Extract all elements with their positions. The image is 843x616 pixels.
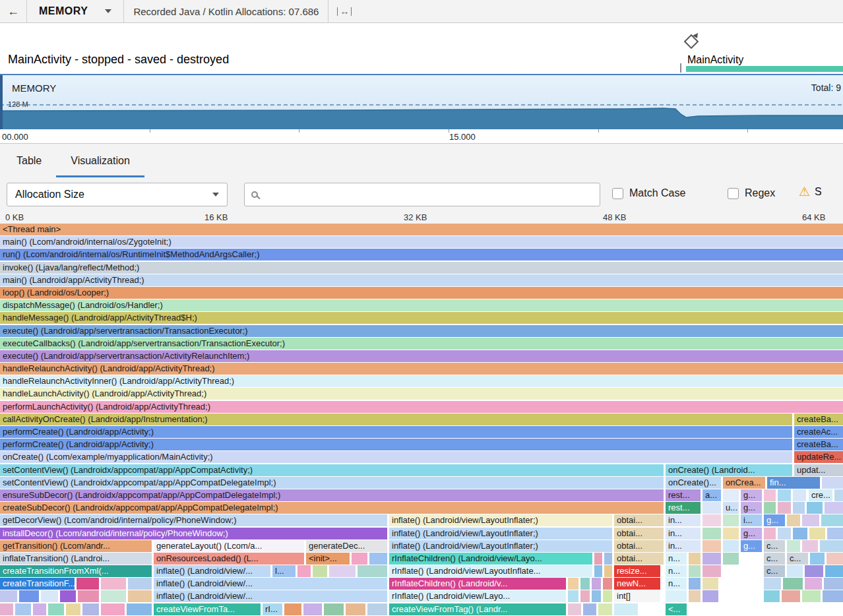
flame-segment[interactable] bbox=[0, 590, 17, 602]
flame-segment[interactable] bbox=[825, 565, 843, 577]
flame-segment[interactable]: rest... bbox=[666, 502, 701, 514]
flame-segment[interactable]: handleRelaunchActivity() (Landroid/app/A… bbox=[0, 363, 843, 375]
flame-segment[interactable] bbox=[583, 603, 596, 615]
flame-segment[interactable]: getTransition() (Lcom/andr... bbox=[0, 540, 152, 552]
flame-segment[interactable] bbox=[324, 603, 344, 615]
flame-segment[interactable]: obtai... bbox=[614, 553, 664, 565]
flame-segment[interactable] bbox=[764, 528, 776, 539]
flame-segment[interactable]: generateDec... bbox=[306, 540, 387, 552]
flame-segment[interactable]: obtai... bbox=[614, 528, 664, 539]
flame-segment[interactable]: inflate() (Landroid/view/... bbox=[154, 590, 387, 602]
flame-segment[interactable] bbox=[793, 528, 807, 539]
flame-segment[interactable]: onResourcesLoaded() (L... bbox=[154, 553, 304, 565]
flame-segment[interactable] bbox=[778, 502, 791, 514]
flame-segment[interactable]: <... bbox=[666, 603, 687, 615]
flame-segment[interactable]: handleLaunchActivity() (Landroid/app/Act… bbox=[0, 388, 843, 400]
flame-segment[interactable] bbox=[82, 603, 99, 615]
tab-visualization[interactable]: Visualization bbox=[56, 144, 144, 178]
flame-segment[interactable]: c... bbox=[764, 540, 785, 552]
flame-segment[interactable]: obtai... bbox=[614, 514, 664, 526]
flame-segment[interactable] bbox=[603, 578, 612, 590]
flame-segment[interactable]: callActivityOnCreate() (Landroid/app/Ins… bbox=[0, 414, 792, 425]
flame-segment[interactable]: createViewFromTa... bbox=[154, 603, 261, 615]
flame-segment[interactable] bbox=[702, 565, 721, 577]
flame-segment[interactable] bbox=[580, 578, 590, 590]
flame-segment[interactable] bbox=[764, 578, 781, 590]
flame-segment[interactable]: getDecorView() (Lcom/android/internal/po… bbox=[0, 514, 387, 526]
flame-segment[interactable]: setContentView() (Landroidx/appcompat/ap… bbox=[0, 464, 664, 476]
flame-segment[interactable]: execute() (Landroid/app/servertransactio… bbox=[0, 350, 843, 362]
flame-segment[interactable] bbox=[787, 565, 803, 577]
flame-segment[interactable]: in... bbox=[666, 528, 701, 539]
flame-segment[interactable]: main() (Lcom/android/internal/os/ZygoteI… bbox=[0, 236, 843, 248]
flame-segment[interactable] bbox=[778, 528, 791, 539]
flame-segment[interactable] bbox=[723, 514, 739, 526]
profiler-dropdown[interactable]: MEMORY bbox=[27, 0, 123, 22]
flame-segment[interactable] bbox=[723, 528, 739, 539]
tab-table[interactable]: Table bbox=[2, 144, 56, 178]
flame-segment[interactable]: <Thread main> bbox=[0, 224, 843, 235]
flame-segment[interactable]: performCreate() (Landroid/app/Activity;) bbox=[0, 439, 792, 450]
flame-segment[interactable]: onCreate() (Lcom/example/myapplication/M… bbox=[0, 451, 792, 463]
flame-segment[interactable]: performLaunchActivity() (Landroid/app/Ac… bbox=[0, 401, 843, 413]
flame-segment[interactable] bbox=[128, 578, 152, 590]
flame-segment[interactable]: rI... bbox=[263, 603, 282, 615]
flame-segment[interactable]: inflate() (Landroid/view/LayoutInflater;… bbox=[389, 528, 612, 539]
flame-segment[interactable] bbox=[802, 540, 818, 552]
flame-segment[interactable] bbox=[127, 603, 152, 615]
flame-segment[interactable]: run() (Lcom/android/internal/os/RuntimeI… bbox=[0, 249, 843, 261]
flame-segment[interactable]: n... bbox=[666, 565, 687, 577]
flame-segment[interactable] bbox=[666, 590, 687, 602]
flame-segment[interactable]: g... bbox=[741, 489, 762, 501]
flame-segment[interactable] bbox=[101, 603, 125, 615]
flame-segment[interactable]: inflate() (Landroid/view/... bbox=[154, 565, 270, 577]
search-input[interactable] bbox=[264, 189, 593, 200]
flame-segment[interactable]: createSubDecor() (Landroidx/appcompat/ap… bbox=[0, 502, 664, 514]
flame-segment[interactable]: c... bbox=[764, 553, 785, 565]
flame-segment[interactable] bbox=[702, 540, 721, 552]
flame-segment[interactable] bbox=[764, 502, 776, 514]
flame-segment[interactable] bbox=[823, 590, 843, 602]
flame-segment[interactable]: rInflateChildren() (Landroid/v... bbox=[389, 578, 566, 590]
flame-segment[interactable]: execute() (Landroid/app/servertransactio… bbox=[0, 325, 843, 337]
flame-segment[interactable]: createBa... bbox=[794, 414, 843, 425]
flame-segment[interactable] bbox=[702, 553, 721, 565]
flame-segment[interactable]: inflateTransition() (Landroi... bbox=[0, 553, 152, 565]
flame-segment[interactable]: a... bbox=[702, 489, 721, 501]
flame-segment[interactable] bbox=[805, 565, 823, 577]
flame-segment[interactable] bbox=[783, 578, 803, 590]
flame-segment[interactable]: loop() (Landroid/os/Looper;) bbox=[0, 287, 843, 299]
flame-segment[interactable]: obtai... bbox=[614, 540, 664, 552]
flame-segment[interactable] bbox=[346, 603, 365, 615]
flame-segment[interactable] bbox=[809, 528, 825, 539]
flame-segment[interactable] bbox=[820, 540, 843, 552]
flame-segment[interactable]: cre... bbox=[809, 489, 832, 501]
flame-segment[interactable]: c... bbox=[764, 565, 785, 577]
flame-segment[interactable]: createTransitionFromXml(... bbox=[0, 565, 152, 577]
flame-segment[interactable] bbox=[568, 603, 581, 615]
flame-segment[interactable] bbox=[723, 489, 739, 501]
flame-segment[interactable] bbox=[367, 603, 387, 615]
flame-segment[interactable]: g... bbox=[741, 502, 762, 514]
flame-segment[interactable]: u... bbox=[723, 502, 739, 514]
flame-segment[interactable] bbox=[128, 590, 152, 602]
flame-segment[interactable]: onCrea... bbox=[723, 477, 765, 489]
flame-segment[interactable]: handleRelaunchActivityInner() (Landroid/… bbox=[0, 375, 843, 387]
flame-segment[interactable] bbox=[825, 502, 843, 514]
flame-segment[interactable] bbox=[793, 502, 805, 514]
flame-segment[interactable]: i... bbox=[741, 514, 762, 526]
flame-segment[interactable] bbox=[810, 553, 825, 565]
flame-segment[interactable] bbox=[592, 578, 601, 590]
flame-segment[interactable] bbox=[0, 603, 13, 615]
flame-segment[interactable] bbox=[827, 553, 843, 565]
flame-segment[interactable]: dispatchMessage() (Landroid/os/Handler;) bbox=[0, 299, 843, 311]
arrange-by-dropdown[interactable]: Allocation Size bbox=[7, 183, 228, 206]
flame-segment[interactable]: invoke() (Ljava/lang/reflect/Method;) bbox=[0, 262, 843, 274]
flame-segment[interactable]: n... bbox=[666, 578, 687, 590]
flame-segment[interactable] bbox=[303, 603, 322, 615]
flame-segment[interactable]: inflate() (Landroid/view/... bbox=[154, 578, 387, 590]
flame-segment[interactable]: executeCallbacks() (Landroid/app/servert… bbox=[0, 338, 843, 350]
flame-segment[interactable] bbox=[702, 502, 721, 514]
match-case-checkbox[interactable]: Match Case bbox=[612, 187, 685, 199]
flame-segment[interactable] bbox=[689, 565, 701, 577]
